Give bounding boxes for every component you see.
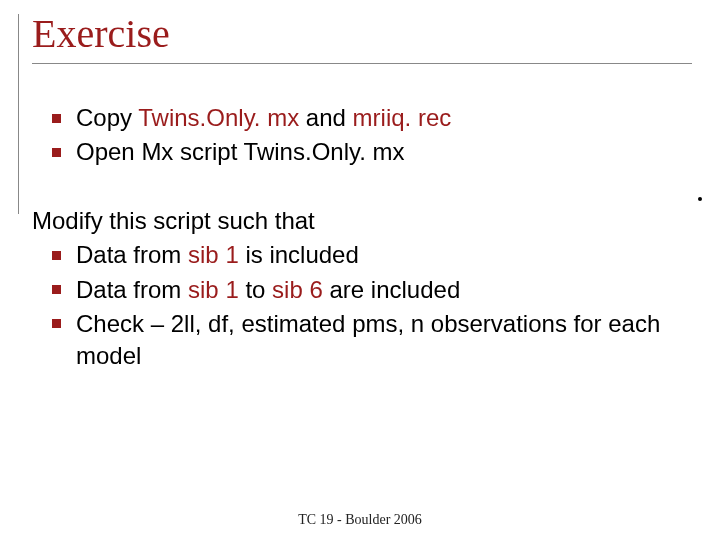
text: and xyxy=(299,104,352,131)
accent-text: sib 1 xyxy=(188,241,239,268)
accent-text: sib 1 xyxy=(188,276,239,303)
text: Copy xyxy=(76,104,138,131)
decorative-vertical-rule xyxy=(18,14,19,214)
text: Open Mx script Twins.Only. mx xyxy=(76,138,405,165)
accent-text: sib 6 xyxy=(272,276,323,303)
slide-body: Copy Twins.Only. mx and mriiq. rec Open … xyxy=(28,102,692,373)
title-underline xyxy=(32,63,692,64)
text: is included xyxy=(239,241,359,268)
bullet-list-2: Data from sib 1 is included Data from si… xyxy=(28,239,692,373)
list-item: Data from sib 1 is included xyxy=(52,239,692,271)
list-item: Copy Twins.Only. mx and mriiq. rec xyxy=(52,102,692,134)
slide: Exercise Copy Twins.Only. mx and mriiq. … xyxy=(0,0,720,540)
slide-footer: TC 19 - Boulder 2006 xyxy=(0,512,720,528)
lead-text: Modify this script such that xyxy=(32,205,692,237)
list-item: Check – 2ll, df, estimated pms, n observ… xyxy=(52,308,692,373)
slide-title: Exercise xyxy=(32,10,692,57)
bullet-list-1: Copy Twins.Only. mx and mriiq. rec Open … xyxy=(28,102,692,169)
accent-text: Twins.Only. mx xyxy=(138,104,299,131)
text: to xyxy=(239,276,272,303)
text: Data from xyxy=(76,276,188,303)
decorative-dot xyxy=(698,197,702,201)
text: are included xyxy=(323,276,460,303)
text: Check – 2ll, df, estimated pms, n observ… xyxy=(76,310,660,369)
list-item: Data from sib 1 to sib 6 are included xyxy=(52,274,692,306)
accent-text: mriiq. rec xyxy=(353,104,452,131)
text: Data from xyxy=(76,241,188,268)
list-item: Open Mx script Twins.Only. mx xyxy=(52,136,692,168)
